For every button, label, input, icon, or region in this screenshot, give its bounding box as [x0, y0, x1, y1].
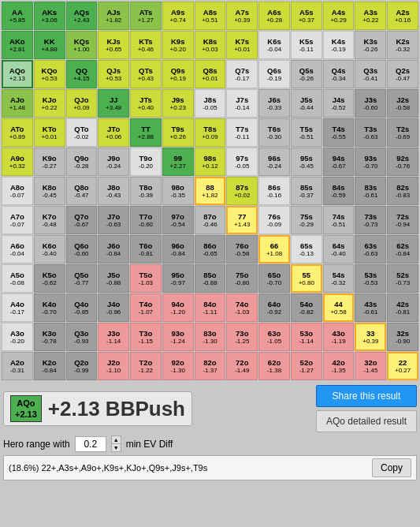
- spinner-up[interactable]: ▲: [112, 436, 121, 444]
- cell-92o[interactable]: 92o-1.30: [162, 352, 194, 380]
- cell-q3s[interactable]: Q3s-0.41: [355, 60, 386, 88]
- cell-j3s[interactable]: J3s-0.60: [355, 89, 386, 118]
- cell-97o[interactable]: 97o-0.54: [162, 206, 194, 234]
- cell-ajo[interactable]: AJo+1.48: [2, 89, 33, 118]
- cell-95s[interactable]: 95s-0.45: [291, 148, 322, 176]
- cell-53o[interactable]: 53o-1.14: [291, 323, 322, 351]
- cell-94s[interactable]: 94s-0.67: [323, 148, 355, 176]
- cell-kk[interactable]: KK+4.88: [34, 31, 65, 59]
- cell-t5o[interactable]: T5o-1.03: [130, 264, 162, 293]
- cell-83s[interactable]: 83s-0.61: [355, 177, 386, 205]
- cell-j5o[interactable]: J5o-0.88: [98, 264, 129, 293]
- cell-k8o[interactable]: K8o-0.45: [34, 177, 65, 205]
- cell-93o[interactable]: 93o-1.24: [162, 323, 194, 351]
- cell-aqo[interactable]: AQo+2.13: [2, 60, 33, 88]
- cell-j7s[interactable]: J7s-0.14: [226, 89, 258, 118]
- cell-a6s[interactable]: A6s+0.28: [258, 2, 290, 30]
- cell-75o[interactable]: 75o-0.80: [226, 264, 258, 293]
- cell-tt[interactable]: TT+2.88: [130, 118, 162, 147]
- cell-k5s[interactable]: K5s-0.11: [291, 31, 322, 59]
- cell-jts[interactable]: JTs+0.40: [130, 89, 162, 118]
- cell-j6o[interactable]: J6o-0.84: [98, 235, 129, 264]
- cell-t8s[interactable]: T8s+0.09: [195, 118, 226, 147]
- cell-aa[interactable]: AA+5.85: [2, 2, 33, 30]
- cell-q5s[interactable]: Q5s-0.26: [291, 60, 322, 88]
- cell-j2s[interactable]: J2s-0.58: [387, 89, 418, 118]
- cell-63s[interactable]: 63s-0.63: [355, 235, 386, 264]
- cell-87o[interactable]: 87o-0.46: [195, 206, 226, 234]
- cell-98s[interactable]: 98s+0.12: [195, 148, 226, 176]
- cell-q4s[interactable]: Q4s-0.34: [323, 60, 355, 88]
- detail-button[interactable]: AQo detailed result: [316, 410, 417, 432]
- cell-j4s[interactable]: J4s-0.52: [323, 89, 355, 118]
- cell-a3s[interactable]: A3s+0.22: [355, 2, 386, 30]
- cell-q9s[interactable]: Q9s+0.19: [162, 60, 194, 88]
- cell-qjs[interactable]: QJs+0.53: [98, 60, 129, 88]
- cell-q7s[interactable]: Q7s-0.17: [226, 60, 258, 88]
- cell-54o[interactable]: 54o-0.82: [291, 293, 322, 322]
- cell-jj[interactable]: JJ+3.48: [98, 89, 129, 118]
- cell-q2s[interactable]: Q2s-0.47: [387, 60, 418, 88]
- cell-k2o[interactable]: K2o-0.84: [34, 352, 65, 380]
- cell-75s[interactable]: 75s-0.29: [291, 206, 322, 234]
- cell-kqo[interactable]: KQo+0.53: [34, 60, 65, 88]
- cell-85o[interactable]: 85o-0.88: [195, 264, 226, 293]
- cell-k5o[interactable]: K5o-0.62: [34, 264, 65, 293]
- cell-72o[interactable]: 72o-1.49: [226, 352, 258, 380]
- cell-q3o[interactable]: Q3o-0.93: [66, 323, 98, 351]
- cell-k6s[interactable]: K6s-0.04: [258, 31, 290, 59]
- cell-77[interactable]: 77+1.43: [226, 206, 258, 234]
- cell-kjs[interactable]: KJs+0.65: [98, 31, 129, 59]
- cell-t7s[interactable]: T7s-0.11: [226, 118, 258, 147]
- cell-kjo[interactable]: KJo+0.22: [34, 89, 65, 118]
- cell-62s[interactable]: 62s-0.84: [387, 235, 418, 264]
- cell-aqs[interactable]: AQs+2.43: [66, 2, 98, 30]
- cell-j3o[interactable]: J3o-1.14: [98, 323, 129, 351]
- cell-93s[interactable]: 93s-0.70: [355, 148, 386, 176]
- cell-73s[interactable]: 73s-0.73: [355, 206, 386, 234]
- cell-a9s[interactable]: A9s+0.74: [162, 2, 194, 30]
- share-button[interactable]: Share this result: [316, 385, 417, 407]
- cell-85s[interactable]: 85s-0.37: [291, 177, 322, 205]
- cell-q7o[interactable]: Q7o-0.67: [66, 206, 98, 234]
- cell-t6o[interactable]: T6o-0.81: [130, 235, 162, 264]
- cell-k7o[interactable]: K7o-0.48: [34, 206, 65, 234]
- cell-t4o[interactable]: T4o-1.07: [130, 293, 162, 322]
- cell-t9s[interactable]: T9s+0.26: [162, 118, 194, 147]
- cell-a2s[interactable]: A2s+0.16: [387, 2, 418, 30]
- cell-t7o[interactable]: T7o-0.60: [130, 206, 162, 234]
- cell-a8s[interactable]: A8s+0.51: [195, 2, 226, 30]
- cell-q5o[interactable]: Q5o-0.77: [66, 264, 98, 293]
- cell-96o[interactable]: 96o-0.84: [162, 235, 194, 264]
- cell-q2o[interactable]: Q2o-0.99: [66, 352, 98, 380]
- cell-aks[interactable]: AKs+3.06: [34, 2, 65, 30]
- cell-kts[interactable]: KTs+0.46: [130, 31, 162, 59]
- cell-72s[interactable]: 72s-0.94: [387, 206, 418, 234]
- cell-64s[interactable]: 64s-0.40: [323, 235, 355, 264]
- cell-74s[interactable]: 74s-0.51: [323, 206, 355, 234]
- cell-t6s[interactable]: T6s-0.30: [258, 118, 290, 147]
- cell-52o[interactable]: 52o-1.27: [291, 352, 322, 380]
- cell-j8o[interactable]: J8o-0.43: [98, 177, 129, 205]
- cell-65s[interactable]: 65s-0.13: [291, 235, 322, 264]
- cell-42s[interactable]: 42s-0.81: [387, 293, 418, 322]
- cell-a4s[interactable]: A4s+0.29: [323, 2, 355, 30]
- cell-a9o[interactable]: A9o+0.32: [2, 148, 33, 176]
- cell-88[interactable]: 88+1.82: [195, 177, 226, 205]
- cell-a2o[interactable]: A2o-0.31: [2, 352, 33, 380]
- cell-43o[interactable]: 43o-1.19: [323, 323, 355, 351]
- cell-65o[interactable]: 65o-0.70: [258, 264, 290, 293]
- cell-43s[interactable]: 43s-0.61: [355, 293, 386, 322]
- cell-k6o[interactable]: K6o-0.40: [34, 235, 65, 264]
- cell-95o[interactable]: 95o-0.97: [162, 264, 194, 293]
- cell-a7o[interactable]: A7o-0.07: [2, 206, 33, 234]
- cell-j8s[interactable]: J8s-0.05: [195, 89, 226, 118]
- cell-76o[interactable]: 76o-0.58: [226, 235, 258, 264]
- cell-94o[interactable]: 94o-1.20: [162, 293, 194, 322]
- cell-a6o[interactable]: A6o-0.04: [2, 235, 33, 264]
- cell-j9o[interactable]: J9o-0.24: [98, 148, 129, 176]
- cell-64o[interactable]: 64o-0.92: [258, 293, 290, 322]
- cell-98o[interactable]: 98o-0.35: [162, 177, 194, 205]
- cell-q8s[interactable]: Q8s+0.01: [195, 60, 226, 88]
- copy-button[interactable]: Copy: [372, 458, 411, 477]
